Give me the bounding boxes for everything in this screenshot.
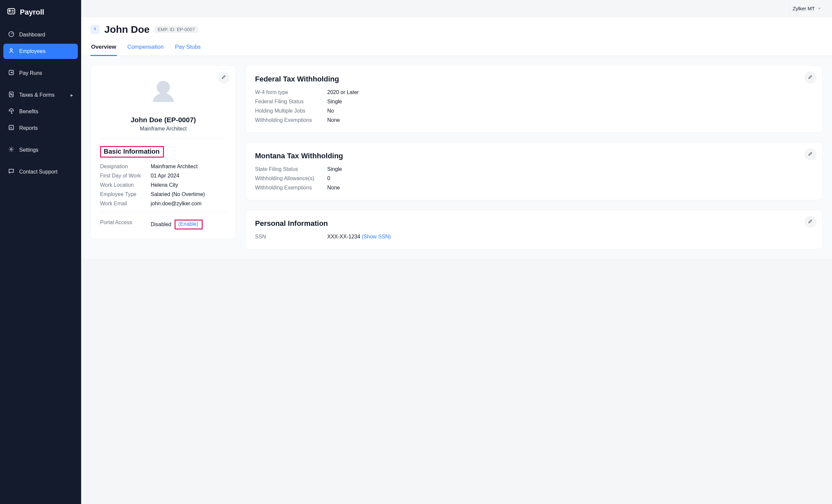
- arrow-box-icon: [8, 69, 15, 77]
- value-w4-type: 2020 or Later: [327, 89, 813, 96]
- sidebar-item-dashboard[interactable]: Dashboard: [3, 27, 78, 43]
- personal-info-list: SSN XXX-XX-1234 (Show SSN): [255, 234, 813, 240]
- label-federal-filing: Federal Filing Status: [255, 99, 321, 105]
- sidebar-item-benefits[interactable]: Benefits: [3, 104, 78, 119]
- tab-label: Compensation: [128, 44, 164, 50]
- sidebar-item-label: Settings: [19, 147, 38, 153]
- federal-tax-heading: Federal Tax Withholding: [255, 75, 813, 83]
- edit-profile-button[interactable]: [218, 72, 230, 83]
- chevron-left-icon: [93, 26, 97, 32]
- tab-pay-stubs[interactable]: Pay Stubs: [174, 41, 201, 56]
- profile-job-title: Mainframe Architect: [100, 126, 227, 132]
- bar-chart-icon: [8, 124, 15, 132]
- personal-info-card: Personal Information SSN XXX-XX-1234 (Sh…: [245, 210, 823, 249]
- value-withholding-allowance: 0: [327, 176, 813, 182]
- gauge-icon: [8, 31, 15, 39]
- label-w4-type: W-4 form type: [255, 89, 321, 96]
- sidebar-item-contact-support[interactable]: Contact Support: [3, 164, 78, 180]
- payroll-logo-icon: [7, 7, 16, 18]
- value-federal-filing: Single: [327, 99, 813, 105]
- label-portal-access: Portal Access: [100, 219, 145, 230]
- value-designation: Mainframe Architect: [151, 164, 227, 169]
- pencil-icon: [221, 74, 227, 81]
- portal-access-row: Portal Access Disabled (Enable): [100, 219, 227, 230]
- svg-rect-0: [8, 9, 15, 14]
- percent-doc-icon: [8, 91, 15, 99]
- gear-icon: [8, 146, 15, 154]
- tabs: Overview Compensation Pay Stubs: [81, 38, 832, 56]
- federal-tax-card: Federal Tax Withholding W-4 form type 20…: [245, 65, 823, 133]
- tab-overview[interactable]: Overview: [90, 41, 117, 56]
- brand[interactable]: Payroll: [0, 4, 81, 25]
- sidebar-item-label: Reports: [19, 125, 38, 131]
- sidebar-item-pay-runs[interactable]: Pay Runs: [3, 65, 78, 81]
- chat-icon: [8, 168, 15, 176]
- chevron-down-icon: [817, 6, 822, 11]
- value-multiple-jobs: No: [327, 108, 813, 114]
- value-work-email: john.doe@zylker.com: [151, 201, 227, 207]
- basic-info-heading: Basic Information: [100, 146, 164, 158]
- value-state-exemptions: None: [327, 185, 813, 191]
- pencil-icon: [808, 74, 813, 81]
- show-ssn-link[interactable]: (Show SSN): [362, 234, 391, 239]
- svg-point-3: [10, 49, 12, 51]
- employee-id-badge: EMP. ID: EP-0007: [154, 26, 199, 33]
- state-tax-list: State Filing Status Single Withholding A…: [255, 166, 813, 191]
- umbrella-icon: [8, 108, 15, 115]
- value-work-location: Helena City: [151, 182, 227, 188]
- pencil-icon: [808, 218, 813, 225]
- sidebar: Payroll Dashboard Employees Pay Runs Tax…: [0, 0, 81, 504]
- basic-info-list: Designation Mainframe Architect First Da…: [100, 164, 227, 207]
- page-header: John Doe EMP. ID: EP-0007: [81, 24, 832, 38]
- label-first-day: First Day of Work: [100, 173, 145, 179]
- svg-point-1: [9, 10, 10, 11]
- svg-point-7: [11, 95, 12, 96]
- tab-compensation[interactable]: Compensation: [127, 41, 165, 56]
- tab-label: Pay Stubs: [175, 44, 201, 50]
- sidebar-item-label: Contact Support: [19, 169, 58, 175]
- back-button[interactable]: [90, 25, 100, 34]
- chevron-right-icon: ▶: [71, 94, 73, 97]
- person-icon: [8, 47, 15, 55]
- sidebar-item-label: Benefits: [19, 109, 38, 114]
- label-multiple-jobs: Holding Multiple Jobs: [255, 108, 321, 114]
- federal-tax-list: W-4 form type 2020 or Later Federal Fili…: [255, 89, 813, 123]
- profile-name: John Doe (EP-0007): [100, 116, 227, 124]
- sidebar-nav: Dashboard Employees Pay Runs Taxes & For…: [0, 25, 81, 182]
- label-designation: Designation: [100, 164, 145, 169]
- personal-info-heading: Personal Information: [255, 219, 813, 228]
- value-ssn: XXX-XX-1234: [327, 234, 360, 239]
- enable-portal-access-link[interactable]: (Enable): [175, 219, 202, 230]
- profile-card: John Doe (EP-0007) Mainframe Architect B…: [90, 65, 236, 239]
- edit-personal-info-button[interactable]: [805, 216, 816, 228]
- label-state-filing: State Filing Status: [255, 166, 321, 172]
- value-first-day: 01 Apr 2024: [151, 173, 227, 179]
- sidebar-item-settings[interactable]: Settings: [3, 142, 78, 158]
- edit-state-tax-button[interactable]: [805, 148, 816, 160]
- sidebar-item-taxes-forms[interactable]: Taxes & Forms ▶: [3, 87, 78, 103]
- svg-point-9: [10, 149, 12, 150]
- pencil-icon: [808, 151, 813, 158]
- sidebar-item-label: Dashboard: [19, 32, 45, 38]
- brand-name: Payroll: [20, 8, 44, 17]
- org-switcher[interactable]: Zylker MT: [789, 4, 824, 13]
- content: John Doe EMP. ID: EP-0007 Overview Compe…: [81, 17, 832, 259]
- main: Zylker MT John Doe EMP. ID: EP-0007 Over…: [81, 0, 832, 504]
- org-name: Zylker MT: [792, 6, 815, 11]
- label-withholding-exemptions: Withholding Exemptions: [255, 117, 321, 123]
- value-withholding-exemptions: None: [327, 117, 813, 123]
- sidebar-item-label: Employees: [19, 48, 45, 54]
- sidebar-item-employees[interactable]: Employees: [3, 44, 78, 59]
- state-tax-card: Montana Tax Withholding State Filing Sta…: [245, 142, 823, 200]
- value-state-filing: Single: [327, 166, 813, 172]
- topbar: Zylker MT: [81, 0, 832, 17]
- sidebar-item-reports[interactable]: Reports: [3, 121, 78, 136]
- edit-federal-tax-button[interactable]: [805, 72, 816, 83]
- tab-label: Overview: [91, 44, 116, 50]
- page-title: John Doe: [104, 24, 150, 35]
- state-tax-heading: Montana Tax Withholding: [255, 152, 813, 160]
- label-ssn: SSN: [255, 234, 321, 240]
- label-work-email: Work Email: [100, 201, 145, 207]
- value-portal-access: Disabled: [151, 221, 171, 228]
- label-work-location: Work Location: [100, 182, 145, 188]
